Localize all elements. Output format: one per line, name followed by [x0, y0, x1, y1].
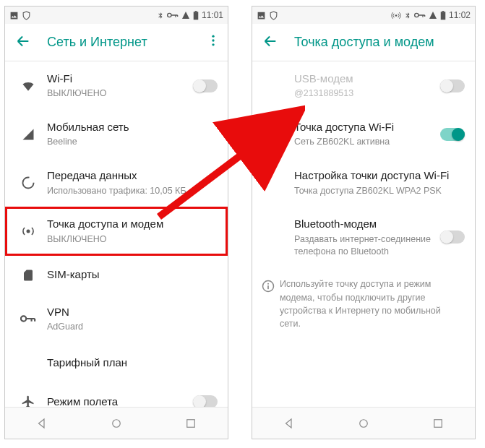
row-bluetooth-tether[interactable]: Bluetooth-модем Раздавать интернет-соеди…: [252, 207, 475, 267]
wifi-icon: [14, 79, 43, 93]
signal-icon: [429, 11, 437, 20]
row-sublabel: Beeline: [47, 136, 218, 148]
svg-point-12: [415, 13, 419, 17]
airplane-icon: [14, 395, 43, 407]
bluetooth-icon: [404, 11, 411, 20]
bluetooth-icon: [157, 11, 164, 20]
nav-back-button[interactable]: [283, 417, 296, 430]
row-label: Точка доступа и модем: [47, 217, 218, 231]
row-vpn[interactable]: VPN AdGuard: [5, 295, 228, 343]
row-wifi-hotspot[interactable]: Точка доступа Wi-Fi Сеть ZB602KL активна: [252, 110, 475, 158]
row-label: Передача данных: [47, 168, 218, 183]
row-sublabel: Сеть ZB602KL активна: [294, 136, 440, 148]
battery-icon: [193, 11, 199, 20]
page-title: Точка доступа и модем: [294, 35, 468, 50]
notification-image-icon: [9, 11, 19, 20]
row-usb-tether: USB-модем @2131889513: [252, 61, 475, 110]
svg-rect-17: [267, 286, 269, 290]
page-title: Сеть и Интернет: [47, 35, 206, 50]
svg-point-6: [23, 177, 34, 188]
wifi-hotspot-switch[interactable]: [440, 128, 465, 141]
notification-shield-icon: [22, 11, 31, 20]
sim-icon: [14, 268, 43, 283]
back-button[interactable]: [262, 33, 278, 52]
row-mobile-network[interactable]: Мобильная сеть Beeline: [5, 110, 228, 158]
row-label: Режим полета: [47, 395, 193, 408]
row-label: Настройка точки доступа Wi-Fi: [294, 168, 465, 183]
data-usage-icon: [14, 176, 43, 190]
phone-left: 11:01 Сеть и Интернет Wi-Fi ВЫКЛЮЧЕНО: [4, 6, 228, 439]
svg-point-18: [360, 419, 368, 427]
info-note: Используйте точку доступа и режим модема…: [252, 267, 475, 340]
row-label: Мобильная сеть: [47, 120, 218, 134]
nav-recent-button[interactable]: [432, 417, 445, 430]
clock-text: 11:02: [449, 10, 471, 20]
notification-image-icon: [257, 11, 266, 20]
svg-point-5: [212, 43, 214, 46]
settings-list: USB-модем @2131889513 Точка доступа Wi-F…: [252, 61, 475, 407]
row-label: SIM-карты: [47, 267, 218, 282]
row-plan[interactable]: Тарифный план: [5, 343, 228, 382]
svg-rect-10: [186, 419, 194, 427]
clock-text: 11:01: [202, 10, 223, 20]
nav-home-button[interactable]: [110, 417, 123, 430]
row-wifi[interactable]: Wi-Fi ВЫКЛЮЧЕНО: [5, 61, 228, 110]
svg-point-16: [267, 283, 269, 285]
row-sublabel: ВЫКЛЮЧЕНО: [47, 233, 218, 246]
info-text: Используйте точку доступа и режим модема…: [275, 277, 463, 330]
appbar: Точка доступа и модем: [252, 24, 475, 61]
row-sublabel: Раздавать интернет-соединение телефона п…: [294, 233, 440, 258]
svg-point-8: [21, 316, 26, 321]
row-sublabel: AdGuard: [47, 321, 218, 333]
nav-recent-button[interactable]: [184, 417, 197, 430]
wifi-switch[interactable]: [193, 79, 218, 92]
svg-point-11: [395, 14, 398, 17]
row-sublabel: ВЫКЛЮЧЕНО: [47, 87, 193, 100]
bluetooth-tether-switch[interactable]: [440, 231, 465, 244]
row-airplane[interactable]: Режим полета: [5, 382, 228, 407]
cell-icon: [14, 128, 43, 141]
notification-shield-icon: [269, 11, 278, 20]
svg-rect-19: [434, 419, 442, 427]
info-icon: [261, 277, 275, 330]
phone-right: 11:02 Точка доступа и модем USB-модем @2…: [252, 6, 476, 439]
appbar: Сеть и Интернет: [5, 24, 228, 61]
navbar: [5, 407, 228, 439]
row-label: Точка доступа Wi-Fi: [294, 120, 440, 134]
svg-rect-2: [195, 11, 197, 12]
usb-tether-switch: [440, 79, 465, 92]
row-sublabel: @2131889513: [294, 87, 440, 100]
svg-rect-13: [441, 12, 446, 20]
hotspot-icon: [391, 11, 401, 20]
svg-rect-1: [194, 12, 199, 20]
nav-home-button[interactable]: [357, 417, 370, 430]
row-label: Bluetooth-модем: [294, 217, 440, 231]
back-button[interactable]: [15, 33, 31, 52]
settings-list: Wi-Fi ВЫКЛЮЧЕНО Мобильная сеть Beeline: [5, 61, 228, 407]
vpn-icon: [14, 314, 43, 324]
row-sublabel: Точка доступа ZB602KL WPA2 PSK: [294, 185, 465, 197]
svg-point-3: [212, 35, 214, 38]
statusbar: 11:01: [5, 7, 228, 24]
row-sublabel: Использовано трафика: 10,05 КБ: [47, 185, 218, 197]
key-icon: [167, 12, 179, 19]
row-label: Тарифный план: [47, 356, 218, 370]
statusbar: 11:02: [252, 7, 475, 24]
key-icon: [414, 12, 426, 19]
svg-point-9: [113, 419, 121, 427]
nav-back-button[interactable]: [35, 417, 48, 430]
row-label: Wi-Fi: [47, 72, 193, 86]
battery-icon: [440, 11, 446, 20]
svg-point-0: [168, 13, 171, 17]
svg-point-4: [212, 39, 214, 41]
signal-icon: [181, 11, 190, 20]
row-sim-cards[interactable]: SIM-карты: [5, 256, 228, 295]
row-label: VPN: [47, 305, 218, 319]
row-tethering[interactable]: Точка доступа и модем ВЫКЛЮЧЕНО: [5, 207, 228, 255]
overflow-menu-button[interactable]: [206, 33, 220, 51]
row-data-usage[interactable]: Передача данных Использовано трафика: 10…: [5, 158, 228, 207]
row-hotspot-setup[interactable]: Настройка точки доступа Wi-Fi Точка дост…: [252, 158, 475, 207]
navbar: [252, 407, 475, 439]
svg-point-7: [27, 229, 30, 233]
airplane-switch[interactable]: [193, 395, 218, 407]
